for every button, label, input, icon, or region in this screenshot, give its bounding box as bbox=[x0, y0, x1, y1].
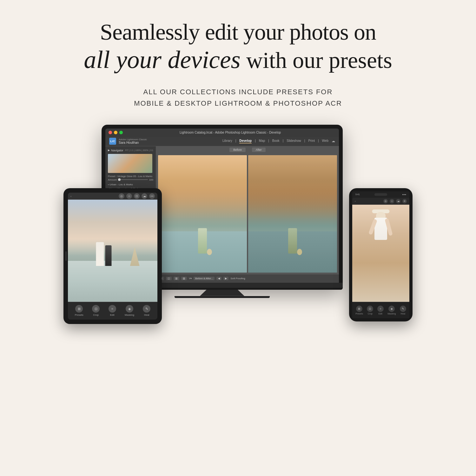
phone-tool-presets[interactable]: ⊞ Presets bbox=[355, 306, 363, 315]
phone-notch-bar: 9:41 ●●● bbox=[352, 191, 409, 198]
preset-item-1[interactable]: Urban - Lou & Marks bbox=[108, 182, 153, 187]
phone-heal-label: Heal bbox=[401, 313, 405, 315]
amount-label: Amount bbox=[108, 178, 117, 181]
tablet-face-icon[interactable]: ☺ bbox=[126, 193, 132, 199]
loupe-btn[interactable]: ◫ bbox=[166, 277, 172, 280]
nav-print[interactable]: Print bbox=[308, 139, 315, 143]
tablet-cloud-icon[interactable]: ☁ bbox=[142, 193, 147, 199]
maximize-dot[interactable] bbox=[119, 131, 123, 134]
tablet-couple-wrapper bbox=[96, 242, 111, 266]
figure-after bbox=[288, 228, 297, 254]
amount-value: 100 bbox=[149, 178, 153, 181]
phone-screen: ‹ ◎ ☺ ☁ ⊖ bbox=[352, 198, 409, 318]
phone-tool-masking[interactable]: ◈ Masking bbox=[387, 306, 396, 315]
devices-container: Lightroom Catalog.lrcat - Adobe Photosho… bbox=[63, 125, 413, 398]
tablet-icons: ◎ ☺ ⊡ ☁ ••• bbox=[119, 193, 155, 199]
survey-btn[interactable]: ▧ bbox=[181, 277, 187, 280]
after-photo bbox=[248, 155, 337, 273]
nav-web[interactable]: Web bbox=[322, 139, 328, 143]
close-dot[interactable] bbox=[109, 131, 112, 134]
lr-topnav: LrC Adobe Lightroom Classic Sara Houliha… bbox=[105, 137, 339, 146]
laptop-titlebar: Lightroom Catalog.lrcat - Adobe Photosho… bbox=[105, 129, 339, 137]
lr-username: Adobe Lightroom Classic Sara Houlihan bbox=[119, 138, 147, 144]
lr-nav-thumbnail bbox=[108, 154, 152, 173]
tablet-couple-figures bbox=[96, 242, 111, 266]
basket-before bbox=[207, 249, 212, 255]
laptop-foot bbox=[175, 296, 270, 298]
phone-adjust-icon[interactable]: ◎ bbox=[383, 199, 388, 203]
sky-before bbox=[158, 155, 247, 220]
compare-btn[interactable]: ▥ bbox=[174, 277, 179, 280]
lr-bottom-bar: ⊞ ◫ ▥ ▧ Y▾ Before & After... ◀ ▶ Soft Pr… bbox=[156, 274, 339, 283]
phone-more-icon[interactable]: ⊖ bbox=[402, 199, 407, 203]
tablet-more-icon[interactable]: ••• bbox=[149, 193, 155, 199]
phone-crop-icon: ⊡ bbox=[367, 306, 373, 312]
after-label: After bbox=[252, 148, 266, 152]
cloud-icon: ☁ bbox=[332, 139, 335, 143]
minimize-dot[interactable] bbox=[114, 131, 117, 134]
tool-crop[interactable]: ⊡ Crop bbox=[92, 305, 100, 316]
hero-line2-rest: with our presets bbox=[241, 48, 392, 73]
phone-notch bbox=[374, 193, 387, 196]
navigator-label: Navigator bbox=[111, 149, 123, 152]
phone-edit-icon: ≡ bbox=[377, 306, 384, 312]
phone-toolbar: ⊞ Presets ⊡ Crop ≡ Edit ◈ Masking bbox=[352, 302, 409, 318]
nav-slideshow[interactable]: Slideshow bbox=[287, 139, 301, 143]
subtitle: ALL OUR COLLECTIONS INCLUDE PRESETS FOR … bbox=[134, 86, 342, 109]
nav-map[interactable]: Map bbox=[259, 139, 265, 143]
tablet-side-button bbox=[65, 251, 67, 261]
tool-edit[interactable]: ≡ Edit bbox=[109, 305, 116, 316]
edit-icon: ≡ bbox=[109, 305, 116, 313]
phone-tool-crop[interactable]: ⊡ Crop bbox=[367, 306, 373, 315]
before-after-btn[interactable]: Before & After... bbox=[194, 277, 215, 280]
lr-logo: LrC bbox=[109, 138, 116, 145]
prev-btn[interactable]: ◀ bbox=[216, 277, 221, 280]
phone-tool-heal[interactable]: ✎ Heal bbox=[400, 306, 406, 315]
phone-presets-icon: ⊞ bbox=[356, 306, 362, 312]
phone-device: 9:41 ●●● ‹ ◎ ☺ ☁ ⊖ bbox=[349, 188, 413, 321]
heal-icon: ✎ bbox=[143, 305, 150, 313]
tool-presets[interactable]: ⊞ Presets bbox=[75, 305, 83, 316]
next-btn[interactable]: ▶ bbox=[223, 277, 228, 280]
hero-section: Seamlessly edit your photos on all your … bbox=[84, 19, 392, 74]
nav-book[interactable]: Book bbox=[272, 139, 280, 143]
phone-time: 9:41 bbox=[355, 193, 360, 195]
tool-masking[interactable]: ◈ Masking bbox=[125, 305, 134, 316]
presets-label: Presets bbox=[75, 314, 83, 316]
amount-row: Amount 100 bbox=[108, 178, 153, 181]
phone-face-icon[interactable]: ☺ bbox=[390, 199, 394, 203]
tablet-adjust-icon[interactable]: ◎ bbox=[119, 193, 124, 199]
tablet-device: ‹ ◎ ☺ ⊡ ☁ ••• bbox=[63, 188, 162, 324]
before-label: Before bbox=[229, 148, 246, 152]
basket-after bbox=[297, 249, 302, 255]
presets-icon: ⊞ bbox=[75, 305, 83, 313]
phone-tool-edit[interactable]: ≡ Edit bbox=[377, 306, 384, 315]
phone-presets-label: Presets bbox=[355, 313, 363, 315]
hero-italic: all your devices bbox=[84, 46, 241, 73]
tablet-photo bbox=[68, 200, 157, 302]
phone-masking-label: Masking bbox=[387, 313, 396, 315]
nav-develop[interactable]: Develop bbox=[239, 139, 252, 143]
masking-label: Masking bbox=[125, 314, 134, 316]
tool-heal[interactable]: ✎ Heal bbox=[143, 305, 150, 316]
tablet-topbar: ‹ ◎ ☺ ⊡ ☁ ••• bbox=[68, 193, 157, 200]
zoom-level: Y▾ bbox=[189, 277, 192, 280]
groom-figure bbox=[105, 245, 111, 266]
sky-after bbox=[248, 155, 337, 220]
model-body bbox=[370, 209, 392, 273]
heal-label: Heal bbox=[144, 314, 149, 316]
subtitle-line1: ALL OUR COLLECTIONS INCLUDE PRESETS FOR bbox=[134, 86, 342, 97]
tablet-back-icon[interactable]: ‹ bbox=[70, 194, 71, 198]
crop-icon: ⊡ bbox=[92, 305, 100, 313]
phone-cloud-icon[interactable]: ☁ bbox=[396, 199, 400, 203]
tablet-frame-icon[interactable]: ⊡ bbox=[134, 193, 140, 199]
titlebar-title: Lightroom Catalog.lrcat - Adobe Photosho… bbox=[125, 131, 336, 134]
nav-library[interactable]: Library bbox=[222, 139, 232, 143]
crop-label: Crop bbox=[93, 314, 99, 316]
phone-heal-icon: ✎ bbox=[400, 306, 406, 312]
tablet-outer: ‹ ◎ ☺ ⊡ ☁ ••• bbox=[63, 188, 162, 324]
lr-app-name: Adobe Lightroom Classic bbox=[119, 138, 147, 141]
phone-back-icon[interactable]: ‹ bbox=[355, 200, 356, 202]
before-photo bbox=[158, 155, 247, 273]
hero-line2: all your devices with our presets bbox=[84, 45, 392, 74]
